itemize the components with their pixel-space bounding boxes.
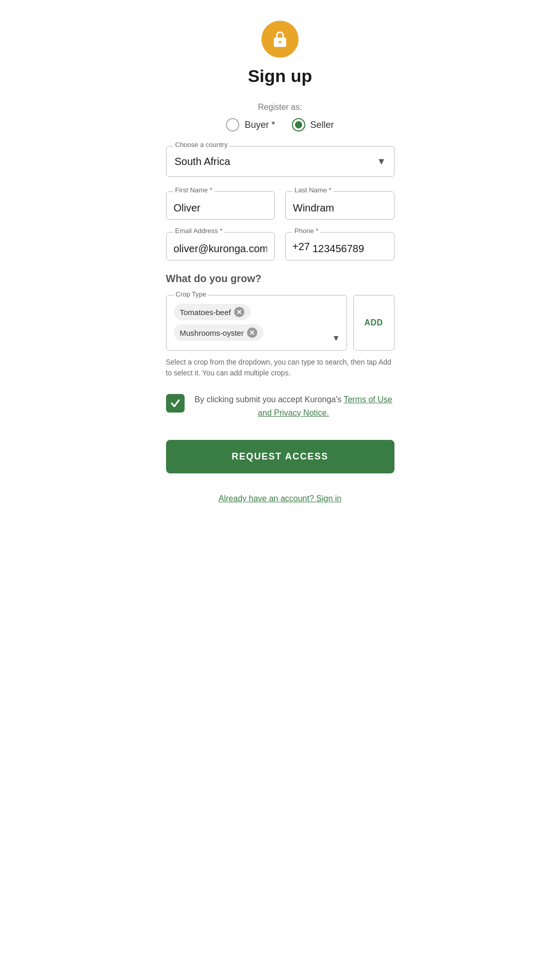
lock-icon [261,21,299,58]
terms-row: By clicking submit you accept Kuronga's … [166,393,394,419]
register-radio-group: Buyer * Seller [226,118,334,132]
crop-tag-tomatoes-label: Tomatoes-beef [180,308,231,317]
page-title: Sign up [248,66,312,86]
crop-tag-tomatoes-remove[interactable] [234,307,244,317]
country-wrapper: Choose a country South Africa Nigeria Ke… [166,146,394,177]
last-name-input[interactable] [285,191,394,220]
register-section: Register as: Buyer * Seller [166,103,394,132]
email-label: Email Address * [173,227,225,235]
crop-tag-mushrooms: Mushrooms-oyster [174,324,263,341]
phone-input[interactable] [285,232,394,260]
country-label: Choose a country [173,141,230,149]
country-select[interactable]: South Africa Nigeria Kenya Ghana Zimbabw… [166,146,394,177]
crop-tag-tomatoes: Tomatoes-beef [174,304,251,320]
register-label: Register as: [258,103,302,112]
name-row: First Name * Last Name * [166,191,394,220]
radio-seller[interactable]: Seller [292,118,334,132]
first-name-field: First Name * [166,191,275,220]
contact-row: Email Address * Phone * +27 [166,232,394,260]
grow-heading: What do you grow? [166,273,394,285]
crop-type-label: Crop Type [174,290,209,298]
radio-buyer-circle [226,118,239,132]
last-name-label: Last Name * [292,186,334,194]
first-name-label: First Name * [173,186,215,194]
radio-seller-label: Seller [310,120,334,130]
crop-tag-mushrooms-remove[interactable] [247,327,257,338]
radio-buyer-label: Buyer * [244,120,275,130]
radio-seller-circle [292,118,305,132]
terms-checkbox[interactable] [166,394,185,413]
crop-dropdown-arrow: ▼ [332,334,340,343]
radio-seller-inner [295,121,302,128]
terms-text-before: By clicking submit you accept Kuronga's [194,395,343,404]
crop-tag-mushrooms-label: Mushrooms-oyster [180,328,244,337]
first-name-input[interactable] [166,191,275,220]
email-field: Email Address * [166,232,275,260]
radio-buyer[interactable]: Buyer * [226,118,275,132]
crop-hint: Select a crop from the dropdown, you can… [166,357,394,379]
email-input[interactable] [166,232,275,260]
page-container: Sign up Register as: Buyer * Seller Choo… [140,0,420,953]
signin-link[interactable]: Already have an account? Sign in [219,494,341,503]
phone-field: Phone * +27 [285,232,394,260]
add-crop-button[interactable]: ADD [353,295,394,351]
phone-label: Phone * [292,227,320,235]
crop-tags: Tomatoes-beef Mushrooms-oyster [174,304,339,341]
last-name-field: Last Name * [285,191,394,220]
crop-section: Crop Type Tomatoes-beef Mushrooms-oyster… [166,295,394,351]
crop-input-wrapper[interactable]: Crop Type Tomatoes-beef Mushrooms-oyster… [166,295,347,351]
terms-text: By clicking submit you accept Kuronga's … [193,393,394,419]
request-access-button[interactable]: REQUEST ACCESS [166,440,394,473]
